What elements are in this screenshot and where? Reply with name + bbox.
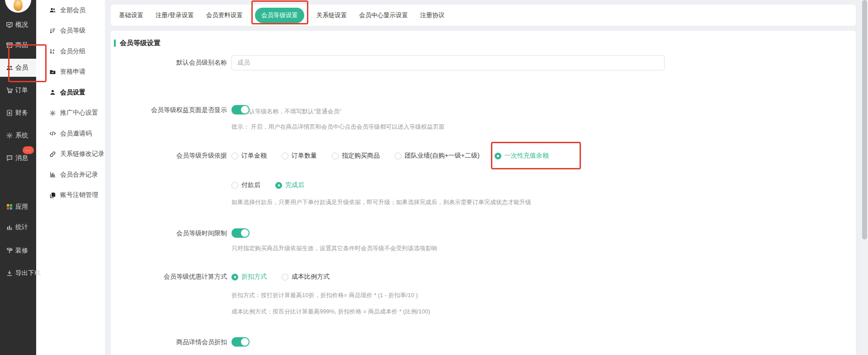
- sidebar-item-label: 导出下载: [15, 269, 41, 277]
- submenu-item-qualification[interactable]: 资格申请: [36, 62, 105, 83]
- form-row-upgrade-basis: 会员等级升级依据 订单金额 订单数量 指定购买商品: [111, 152, 856, 160]
- form-row-discount-mode: 会员等级优惠计算方式 折扣方式 成本比例方式: [111, 273, 856, 281]
- radio-circle-icon: [495, 153, 501, 159]
- default-level-name-input[interactable]: [231, 55, 665, 70]
- radio-order-count[interactable]: 订单数量: [282, 152, 317, 160]
- submenu-item-relation-chain-log[interactable]: 关系链修改记录: [36, 144, 105, 165]
- primary-sidebar: 概况 商品 会员 订单 财务 系统 消息 ... 应用: [0, 0, 36, 355]
- submenu-item-member-group[interactable]: AZ 会员分组: [36, 41, 105, 62]
- radio-after-payment[interactable]: 付款后: [231, 181, 260, 189]
- help-text: 成本比例方式：按百分比计算最高999%, 折扣价格 = 商品成本价 * (比例/…: [231, 308, 430, 316]
- submenu-item-account-cancel[interactable]: 账号注销管理: [36, 185, 105, 206]
- radio-label: 成本比例方式: [292, 273, 330, 281]
- submenu-item-member-settings[interactable]: 会员设置: [36, 82, 105, 103]
- submenu-item-promotion-settings[interactable]: 推广中心设置: [36, 103, 105, 124]
- sidebar-item-goods[interactable]: 商品: [0, 38, 36, 52]
- submenu-item-label: 会员设置: [60, 89, 85, 97]
- tab-basic-settings[interactable]: 基础设置: [119, 11, 143, 19]
- finance-icon: [6, 109, 13, 117]
- sidebar-item-label: 消息: [15, 154, 28, 162]
- radio-circle-icon: [275, 182, 282, 189]
- sidebar-item-finance[interactable]: 财务: [0, 106, 36, 120]
- field-label: 商品详情会员折扣: [111, 338, 227, 346]
- submenu-item-label: 会员邀请码: [60, 130, 92, 138]
- submenu-item-label: 会员分组: [60, 47, 85, 56]
- field-label: 会员等级权益页面是否显示: [111, 106, 227, 114]
- sidebar-item-apps[interactable]: 应用: [0, 200, 36, 214]
- submenu-item-invite-code[interactable]: 会员邀请码: [36, 123, 105, 144]
- sidebar-item-overview[interactable]: 概况: [0, 18, 36, 32]
- submenu-item-all-members[interactable]: 全部会员: [36, 0, 105, 21]
- sidebar-item-member[interactable]: 会员: [0, 59, 36, 77]
- main-area: 基础设置 注册/登录设置 会员资料设置 会员等级设置 关系链设置 会员中心显示设…: [105, 0, 868, 355]
- sidebar-item-label: 会员: [15, 64, 28, 72]
- radio-discount-mode[interactable]: 折扣方式: [231, 273, 267, 281]
- tab-member-center-display-settings[interactable]: 会员中心显示设置: [359, 11, 408, 19]
- radio-one-time-recharge[interactable]: 一次性充值余额: [495, 152, 549, 160]
- detail-discount-toggle[interactable]: [231, 337, 250, 347]
- gear-icon: [6, 132, 13, 139]
- rights-page-toggle[interactable]: [231, 105, 250, 115]
- tab-relation-chain-settings[interactable]: 关系链设置: [316, 11, 347, 19]
- stats-icon: [6, 224, 13, 231]
- settings-tabbar: 基础设置 注册/登录设置 会员资料设置 会员等级设置 关系链设置 会员中心显示设…: [111, 5, 856, 26]
- bar-chart-icon: [49, 171, 56, 178]
- tab-register-agreement[interactable]: 注册协议: [420, 11, 444, 19]
- users-icon: [49, 7, 56, 14]
- radio-circle-icon: [395, 153, 401, 159]
- cart-icon: [6, 87, 13, 94]
- tab-member-level-settings[interactable]: 会员等级设置: [255, 8, 304, 23]
- submenu-item-member-level[interactable]: 会员等级: [36, 21, 105, 42]
- radio-circle-icon: [231, 153, 238, 159]
- file-copy-icon: [49, 192, 56, 199]
- person-icon: [49, 89, 56, 96]
- radio-after-completion[interactable]: 完成后: [275, 181, 304, 189]
- help-text: 如果选择付款后，只要用户下单付款满足升级依据，即可升级；如果选择完成后，则表示需…: [231, 198, 531, 206]
- submenu-item-label: 资格申请: [60, 68, 85, 76]
- goods-icon: [6, 42, 13, 49]
- overview-icon: [6, 21, 13, 28]
- page-scrollbar[interactable]: [861, 0, 868, 355]
- app-root: 概况 商品 会员 订单 财务 系统 消息 ... 应用: [0, 0, 868, 355]
- sidebar-item-statistics[interactable]: 统计: [0, 220, 36, 234]
- radio-cost-ratio-mode[interactable]: 成本比例方式: [282, 273, 330, 281]
- tab-register-login-settings[interactable]: 注册/登录设置: [156, 11, 194, 19]
- section-accent-bar: [114, 39, 116, 47]
- radio-circle-icon: [231, 274, 238, 280]
- scrollbar-thumb[interactable]: [862, 0, 867, 239]
- help-text: 提示： 开启，用户在商品详情页和会员中心点击会员等级都可以进入等级权益页面: [231, 123, 445, 131]
- gear-icon: [49, 110, 56, 117]
- radio-circle-icon: [231, 182, 238, 189]
- radio-label: 订单金额: [241, 152, 267, 160]
- download-icon: [6, 270, 13, 277]
- submenu-item-merge-log[interactable]: 会员合并记录: [36, 164, 105, 185]
- sidebar-item-orders[interactable]: 订单: [0, 84, 36, 97]
- svg-text:A: A: [52, 49, 55, 51]
- submenu-item-label: 推广中心设置: [60, 109, 98, 117]
- avatar[interactable]: [5, 0, 31, 13]
- field-label: 会员等级时间限制: [111, 229, 227, 237]
- radio-label: 订单数量: [292, 152, 317, 160]
- form-row-detail-discount: 商品详情会员折扣: [111, 337, 856, 347]
- sidebar-item-label: 统计: [15, 223, 28, 231]
- help-text: 只对指定购买商品升级依据生效，设置其它条件时会员等级不会受到该选项影响: [231, 244, 437, 252]
- sort-amount-icon: [49, 28, 56, 34]
- tab-member-info-settings[interactable]: 会员资料设置: [206, 11, 243, 19]
- submenu-item-label: 关系链修改记录: [60, 150, 104, 158]
- radio-order-amount[interactable]: 订单金额: [231, 152, 267, 160]
- radio-team-performance[interactable]: 团队业绩(自购+一级+二级): [395, 152, 480, 160]
- paint-roller-icon: [6, 247, 13, 254]
- form-row-rights-page: 会员等级权益页面是否显示: [111, 105, 856, 115]
- section-title: 会员等级设置: [111, 39, 160, 47]
- toggle-knob: [241, 338, 249, 346]
- radio-label: 一次性充值余额: [505, 152, 549, 160]
- time-limit-toggle[interactable]: [231, 229, 250, 238]
- sidebar-item-export[interactable]: 导出下载: [0, 266, 36, 280]
- svg-text:Z: Z: [52, 51, 54, 54]
- radio-label: 折扣方式: [241, 273, 267, 281]
- sidebar-item-decorate[interactable]: 装修: [0, 244, 36, 257]
- toggle-knob: [241, 106, 249, 114]
- sidebar-item-system[interactable]: 系统: [0, 129, 36, 142]
- radio-specified-goods[interactable]: 指定购买商品: [332, 152, 380, 160]
- folder-check-icon: [49, 69, 56, 75]
